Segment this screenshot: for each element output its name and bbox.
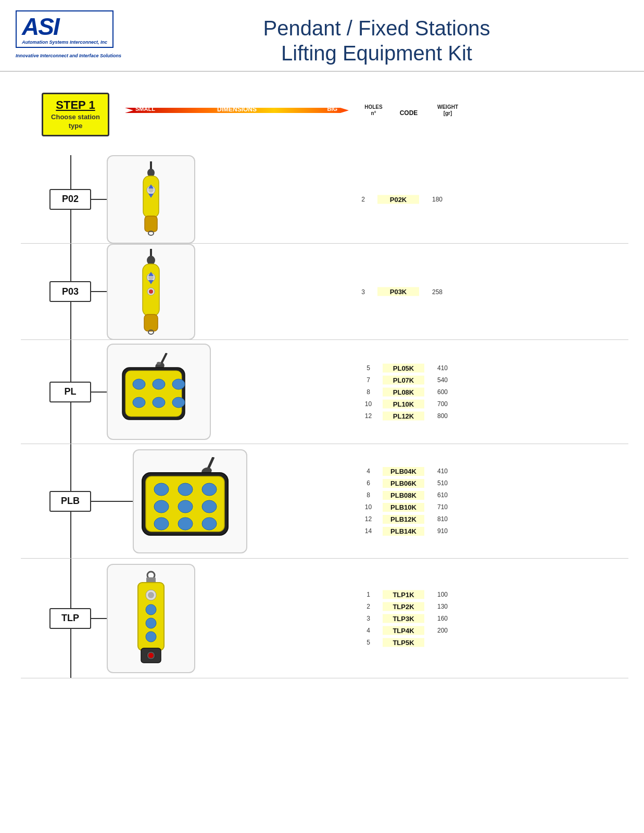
col-code-header: CODE	[388, 109, 430, 117]
station-row-plb: PLB	[21, 444, 628, 559]
svg-point-48	[148, 592, 154, 598]
code-plb04k: PLB04K	[383, 467, 424, 476]
station-row-pl: PL	[21, 340, 628, 444]
step1-title: STEP 1	[50, 98, 100, 112]
svg-point-41	[154, 518, 169, 530]
main-content: STEP 1 Choose station type SMALL DIMENSI…	[0, 72, 644, 689]
img-p02	[107, 155, 195, 244]
title-line2: Lifting Equipment Kit	[130, 41, 623, 66]
data-row-p02k: 2 P02K 180	[349, 195, 456, 204]
data-row-tlp5k: 5 TLP5K	[354, 638, 461, 647]
svg-point-39	[178, 500, 193, 513]
svg-point-38	[154, 500, 169, 513]
holes-plb06k: 6	[354, 479, 383, 487]
data-row-pl05k: 5 PL05K 410	[354, 363, 461, 372]
dimension-arrow: SMALL DIMENSIONS BIG	[125, 103, 349, 118]
title-line1: Pendant / Fixed Stations	[130, 16, 623, 41]
holes-p02k: 2	[349, 196, 377, 203]
holes-plb08k: 8	[354, 491, 383, 499]
logo-tagline: Innovative Interconnect and Interface So…	[16, 53, 130, 58]
holes-tlp3k: 3	[354, 615, 383, 622]
data-row-p03k: 3 P03K 258	[349, 287, 456, 296]
data-pl: 5 PL05K 410 7 PL07K 540 8 PL08K 600 10 P…	[354, 363, 461, 420]
data-row-tlp1k: 1 TLP1K 100	[354, 590, 461, 599]
code-tlp4k: TLP4K	[383, 626, 424, 635]
holes-pl10k: 10	[354, 400, 383, 408]
weight-pl07k: 540	[424, 376, 461, 384]
code-plb06k: PLB06K	[383, 479, 424, 488]
label-pl: PL	[49, 382, 91, 402]
holes-pl12k: 12	[354, 412, 383, 420]
svg-rect-23	[125, 371, 182, 416]
weight-plb08k: 610	[424, 491, 461, 499]
weight-pl10k: 700	[424, 400, 461, 408]
col-weight-header: WEIGHT[gr]	[430, 104, 466, 117]
holes-pl05k: 5	[354, 364, 383, 372]
svg-point-25	[153, 379, 165, 389]
dimension-arrow-row: SMALL DIMENSIONS BIG HOLESn° CODE WEIGHT…	[125, 93, 466, 118]
arrow-bg: SMALL DIMENSIONS BIG	[125, 106, 349, 115]
logo-asi: ASI	[22, 15, 107, 39]
holes-tlp5k: 5	[354, 639, 383, 646]
main-title: Pendant / Fixed Stations Lifting Equipme…	[130, 16, 623, 66]
label-plb: PLB	[49, 491, 91, 512]
holes-pl08k: 8	[354, 388, 383, 396]
arrow-label-dim: DIMENSIONS	[217, 106, 257, 113]
code-p03k: P03K	[377, 287, 419, 296]
stations-area: P02	[21, 155, 628, 678]
holes-p03k: 3	[349, 288, 377, 295]
data-row-plb10k: 10 PLB10K 710	[354, 503, 461, 512]
pendant-plb-svg	[138, 457, 242, 546]
svg-point-43	[202, 518, 217, 530]
code-plb10k: PLB10K	[383, 503, 424, 512]
weight-plb06k: 510	[424, 479, 461, 487]
svg-point-35	[154, 483, 169, 496]
h-connector-pl	[91, 392, 107, 393]
weight-pl05k: 410	[424, 364, 461, 372]
weight-tlp4k: 200	[424, 627, 461, 634]
code-pl10k: PL10K	[383, 399, 424, 408]
data-p03: 3 P03K 258	[349, 287, 456, 296]
svg-point-51	[146, 632, 156, 642]
data-row-plb04k: 4 PLB04K 410	[354, 467, 461, 476]
label-tlp: TLP	[49, 608, 91, 629]
weight-plb14k: 910	[424, 527, 461, 535]
data-row-plb08k: 8 PLB08K 610	[354, 491, 461, 500]
code-pl12k: PL12K	[383, 411, 424, 420]
code-pl07k: PL07K	[383, 375, 424, 384]
img-pl	[107, 344, 211, 440]
data-row-tlp2k: 2 TLP2K 130	[354, 602, 461, 611]
weight-tlp3k: 160	[424, 615, 461, 622]
weight-tlp2k: 130	[424, 603, 461, 610]
holes-pl07k: 7	[354, 376, 383, 384]
svg-point-42	[178, 518, 193, 530]
weight-p03k: 258	[419, 288, 456, 295]
data-p02: 2 P02K 180	[349, 195, 456, 204]
holes-plb12k: 12	[354, 515, 383, 523]
code-plb12k: PLB12K	[383, 515, 424, 524]
svg-rect-18	[144, 314, 158, 331]
data-plb: 4 PLB04K 410 6 PLB06K 510 8 PLB08K 610 1…	[354, 467, 461, 536]
h-connector-plb	[91, 501, 133, 502]
data-row-pl12k: 12 PL12K 800	[354, 411, 461, 420]
data-row-plb06k: 6 PLB06K 510	[354, 479, 461, 488]
arrow-label-small: SMALL	[135, 106, 155, 112]
col-holes-header: HOLESn°	[359, 104, 388, 117]
weight-pl12k: 800	[424, 412, 461, 420]
pendant-tlp-svg	[128, 570, 174, 666]
code-p02k: P02K	[377, 195, 419, 204]
img-tlp	[107, 564, 195, 673]
station-row-tlp: TLP	[21, 559, 628, 678]
data-row-plb14k: 14 PLB14K 910	[354, 527, 461, 536]
code-pl05k: PL05K	[383, 363, 424, 372]
code-tlp2k: TLP2K	[383, 602, 424, 611]
data-row-pl08k: 8 PL08K 600	[354, 387, 461, 396]
svg-point-26	[172, 379, 185, 389]
svg-point-50	[146, 618, 156, 628]
holes-plb14k: 14	[354, 527, 383, 535]
data-row-plb12k: 12 PLB12K 810	[354, 515, 461, 524]
svg-line-31	[208, 457, 213, 469]
data-row-tlp3k: 3 TLP3K 160	[354, 614, 461, 623]
weight-tlp1k: 100	[424, 591, 461, 598]
label-p03: P03	[49, 281, 91, 302]
